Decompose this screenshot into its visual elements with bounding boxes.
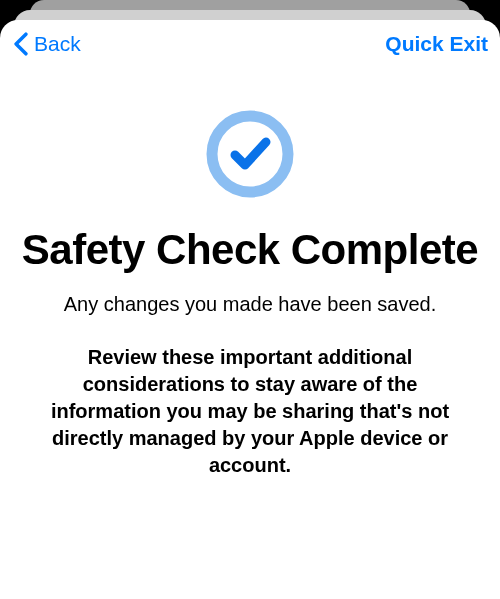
page-title: Safety Check Complete — [22, 226, 478, 273]
modal-sheet: Back Quick Exit Safety Check Complete An… — [0, 20, 500, 599]
back-button[interactable]: Back — [8, 31, 81, 57]
content-area: Safety Check Complete Any changes you ma… — [0, 68, 500, 479]
subtitle-text: Any changes you made have been saved. — [64, 291, 436, 318]
body-text: Review these important additional consid… — [20, 344, 480, 479]
quick-exit-button[interactable]: Quick Exit — [385, 32, 488, 56]
navigation-bar: Back Quick Exit — [0, 20, 500, 68]
quick-exit-label: Quick Exit — [385, 32, 488, 55]
back-button-label: Back — [34, 32, 81, 56]
checkmark-circle-icon — [204, 108, 296, 200]
chevron-left-icon — [8, 31, 34, 57]
